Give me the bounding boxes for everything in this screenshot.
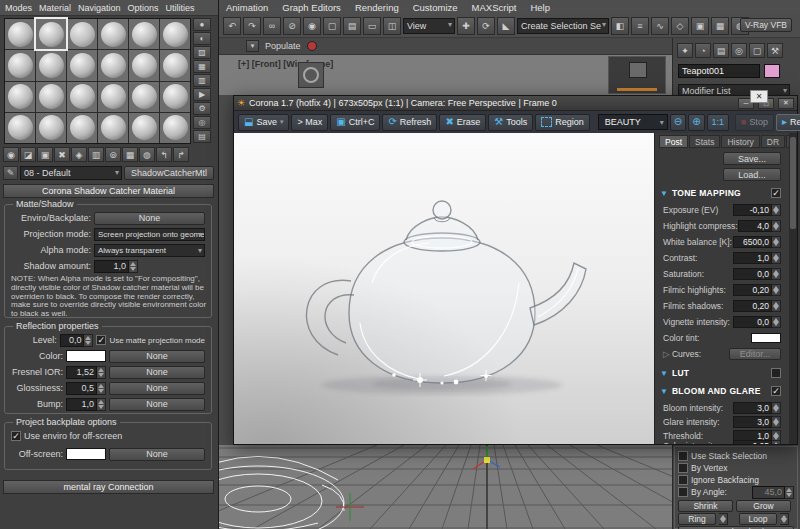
material-slot[interactable] bbox=[36, 19, 66, 49]
material-slot[interactable] bbox=[36, 113, 66, 143]
tab-post[interactable]: Post bbox=[659, 135, 688, 148]
modify-tab-icon[interactable]: ◔ bbox=[695, 43, 711, 58]
tone-mapping-checkbox[interactable] bbox=[771, 188, 781, 198]
refresh-button[interactable]: ⟳Refresh bbox=[382, 114, 437, 131]
ring-button[interactable]: Ring bbox=[678, 513, 716, 525]
material-slot[interactable] bbox=[36, 82, 66, 112]
material-slot[interactable] bbox=[5, 50, 35, 80]
selection-region-icon[interactable]: ▭ bbox=[363, 17, 381, 35]
render-setup-icon[interactable]: ▣ bbox=[691, 17, 709, 35]
viewport-widget[interactable] bbox=[298, 62, 324, 88]
post-load-button[interactable]: Load... bbox=[723, 168, 781, 181]
menu-utilities[interactable]: Utilities bbox=[166, 3, 195, 13]
reflection-color-swatch[interactable] bbox=[66, 350, 106, 362]
redo-icon[interactable]: ↷ bbox=[243, 17, 261, 35]
object-color-swatch[interactable] bbox=[764, 64, 780, 78]
panel-scrollbar[interactable] bbox=[789, 133, 797, 444]
color-intensity-spinner[interactable]: 0,05 bbox=[733, 440, 781, 445]
offscreen-map-button[interactable]: None bbox=[109, 448, 205, 461]
zoom-out-button[interactable]: ⊖ bbox=[670, 114, 686, 131]
menu-maxscript[interactable]: MAXScript bbox=[472, 2, 517, 13]
go-forward-sibling-icon[interactable]: ↱ bbox=[173, 147, 189, 162]
by-angle-checkbox[interactable] bbox=[678, 487, 688, 497]
sample-type-icon[interactable]: ● bbox=[193, 18, 211, 31]
use-enviro-offscreen-checkbox[interactable] bbox=[11, 431, 21, 441]
assign-material-icon[interactable]: ▣ bbox=[37, 147, 53, 162]
vignette-intensity-spinner[interactable]: 0,0 bbox=[733, 316, 781, 328]
material-slot[interactable] bbox=[129, 113, 159, 143]
menu-help[interactable]: Help bbox=[530, 2, 550, 13]
tone-mapping-header[interactable]: ▼ TONE MAPPING bbox=[660, 187, 781, 199]
glare-intensity-spinner[interactable]: 3,0 bbox=[733, 416, 781, 428]
backlight-icon[interactable]: ◐ bbox=[193, 32, 211, 45]
projection-mode-dropdown[interactable]: Screen projection onto geometry▾ bbox=[94, 228, 205, 241]
ring-spinner[interactable] bbox=[719, 513, 728, 525]
reflection-color-map-button[interactable]: None bbox=[109, 350, 205, 363]
material-slot[interactable] bbox=[129, 19, 159, 49]
scale-icon[interactable]: ◣ bbox=[497, 17, 515, 35]
save-button[interactable]: ⬓ Save▾ bbox=[238, 114, 289, 131]
undo-icon[interactable]: ↶ bbox=[223, 17, 241, 35]
contrast-spinner[interactable]: 1,0 bbox=[733, 252, 781, 264]
object-name-field[interactable]: Teapot001 bbox=[678, 64, 760, 78]
menu-material[interactable]: Material bbox=[39, 3, 71, 13]
sample-tiling-icon[interactable]: ▦ bbox=[193, 60, 211, 73]
erase-button[interactable]: ✖Erase bbox=[439, 114, 486, 131]
menu-animation[interactable]: Animation bbox=[226, 2, 268, 13]
material-type-button[interactable]: ShadowCatcherMtl bbox=[124, 166, 214, 180]
crossing-selection-icon[interactable]: ◫ bbox=[383, 17, 401, 35]
tab-dr[interactable]: DR bbox=[761, 135, 785, 148]
material-slot[interactable] bbox=[160, 19, 190, 49]
utilities-tab-icon[interactable]: ⚒ bbox=[767, 43, 783, 58]
material-slot[interactable] bbox=[36, 50, 66, 80]
curve-editor-icon[interactable]: ∿ bbox=[651, 17, 669, 35]
color-tint-swatch[interactable] bbox=[751, 333, 781, 343]
bloom-glare-header[interactable]: ▼ BLOOM AND GLARE bbox=[660, 385, 781, 397]
material-slot-dropdown[interactable]: 08 - Default▾ bbox=[20, 166, 122, 180]
selection-set-dropdown[interactable]: Create Selection Se▾ bbox=[517, 18, 609, 34]
tab-history[interactable]: History bbox=[721, 135, 759, 148]
glossiness-map-button[interactable]: None bbox=[109, 382, 205, 395]
filmic-shadows-spinner[interactable]: 0,20 bbox=[733, 300, 781, 312]
menu-navigation[interactable]: Navigation bbox=[78, 3, 121, 13]
render-canvas[interactable] bbox=[234, 133, 654, 444]
material-id-channel-icon[interactable]: ⊚ bbox=[105, 147, 121, 162]
by-vertex-checkbox[interactable] bbox=[678, 463, 688, 473]
menu-modes[interactable]: Modes bbox=[5, 3, 32, 13]
bind-to-space-warp-icon[interactable]: ◉ bbox=[303, 17, 321, 35]
pick-material-icon[interactable]: ✎ bbox=[3, 166, 18, 180]
material-slot[interactable] bbox=[67, 113, 97, 143]
loop-button[interactable]: Loop bbox=[739, 513, 777, 525]
offscreen-color-swatch[interactable] bbox=[66, 448, 106, 460]
material-slot[interactable] bbox=[98, 50, 128, 80]
saturation-spinner[interactable]: 0,0 bbox=[733, 268, 781, 280]
alpha-mode-dropdown[interactable]: Always transparent▾ bbox=[94, 244, 205, 257]
schematic-view-icon[interactable]: ◇ bbox=[671, 17, 689, 35]
zoom-reset-button[interactable]: 1:1 bbox=[707, 114, 730, 131]
mirror-icon[interactable]: ◧ bbox=[611, 17, 629, 35]
region-button[interactable]: Region bbox=[535, 114, 590, 131]
lut-checkbox[interactable] bbox=[771, 368, 781, 378]
fresnel-map-button[interactable]: None bbox=[109, 366, 205, 379]
link-icon[interactable]: ∞ bbox=[263, 17, 281, 35]
grow-button[interactable]: Grow bbox=[736, 500, 791, 512]
view-dropdown[interactable]: View▾ bbox=[403, 18, 455, 34]
material-slot[interactable] bbox=[67, 50, 97, 80]
background-icon[interactable]: ▨ bbox=[193, 46, 211, 59]
move-icon[interactable]: ✚ bbox=[457, 17, 475, 35]
viewport-front[interactable]: [+] [Front] [Wireframe] bbox=[218, 55, 672, 95]
enviro-backplate-button[interactable]: None bbox=[94, 212, 205, 225]
populate-flyout-icon[interactable]: ▾ bbox=[246, 40, 259, 52]
loop-spinner[interactable] bbox=[780, 513, 789, 525]
menu-rendering[interactable]: Rendering bbox=[355, 2, 399, 13]
shrink-button[interactable]: Shrink bbox=[678, 500, 733, 512]
post-save-button[interactable]: Save... bbox=[723, 152, 781, 165]
select-by-name-icon[interactable]: ▤ bbox=[343, 17, 361, 35]
close-icon-button[interactable]: ✕ bbox=[750, 90, 768, 103]
make-preview-icon[interactable]: ▶ bbox=[193, 88, 211, 101]
tab-stats[interactable]: Stats bbox=[689, 135, 720, 148]
material-slot[interactable] bbox=[5, 82, 35, 112]
show-map-in-viewport-icon[interactable]: ▦ bbox=[122, 147, 138, 162]
create-tab-icon[interactable]: ✦ bbox=[677, 43, 693, 58]
material-slot[interactable] bbox=[98, 19, 128, 49]
